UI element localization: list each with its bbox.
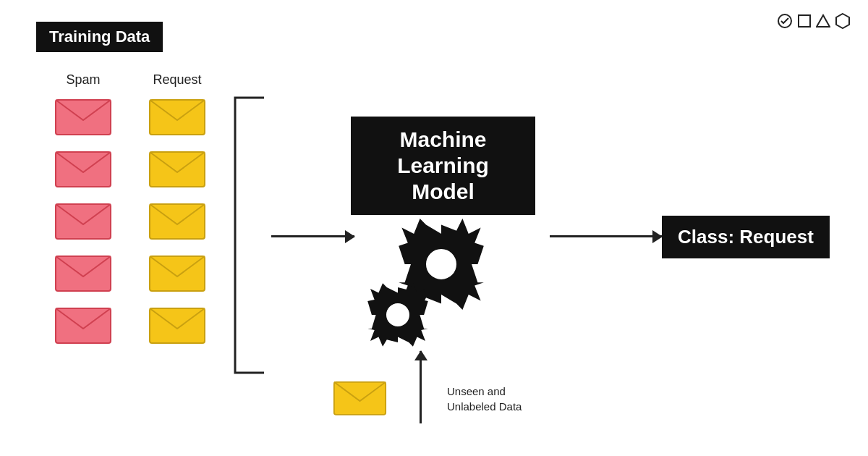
- arrow-up-to-model: [420, 351, 422, 423]
- unseen-envelope-wrapper: [333, 376, 387, 419]
- training-data-label: Training Data: [36, 22, 163, 52]
- bracket-connector: [228, 94, 271, 376]
- spam-envelope-4: [54, 250, 112, 292]
- square-icon: [797, 14, 812, 28]
- request-envelope-3: [148, 198, 206, 240]
- request-envelope-5: [148, 303, 206, 345]
- unseen-data-label: Unseen and Unlabeled Data: [447, 384, 522, 414]
- spam-envelope-5: [54, 303, 112, 345]
- svg-marker-2: [817, 15, 830, 27]
- gears-container: [354, 217, 542, 344]
- request-column-header: Request: [130, 72, 224, 88]
- top-icons-group: [777, 13, 851, 29]
- ml-model-box: Machine Learning Model: [351, 117, 535, 215]
- spam-envelope-1: [54, 94, 112, 136]
- column-headers: Spam Request: [36, 72, 224, 88]
- request-email-column: [130, 94, 224, 345]
- arrow-to-model: [271, 235, 354, 237]
- arrow-to-class-result: [550, 235, 662, 237]
- request-envelope-2: [148, 146, 206, 188]
- triangle-icon: [816, 14, 830, 28]
- check-circle-icon: [777, 13, 793, 29]
- gear-small-icon: [362, 279, 434, 351]
- spam-envelope-2: [54, 146, 112, 188]
- emails-container: [36, 94, 224, 345]
- spam-column-header: Spam: [36, 72, 130, 88]
- hexagon-icon: [835, 13, 851, 29]
- spam-envelope-3: [54, 198, 112, 240]
- unseen-envelope: [333, 376, 387, 416]
- request-envelope-1: [148, 94, 206, 136]
- request-envelope-4: [148, 250, 206, 292]
- spam-email-column: [36, 94, 130, 345]
- class-result-box: Class: Request: [662, 216, 830, 258]
- svg-rect-1: [799, 15, 810, 27]
- svg-marker-3: [836, 14, 849, 28]
